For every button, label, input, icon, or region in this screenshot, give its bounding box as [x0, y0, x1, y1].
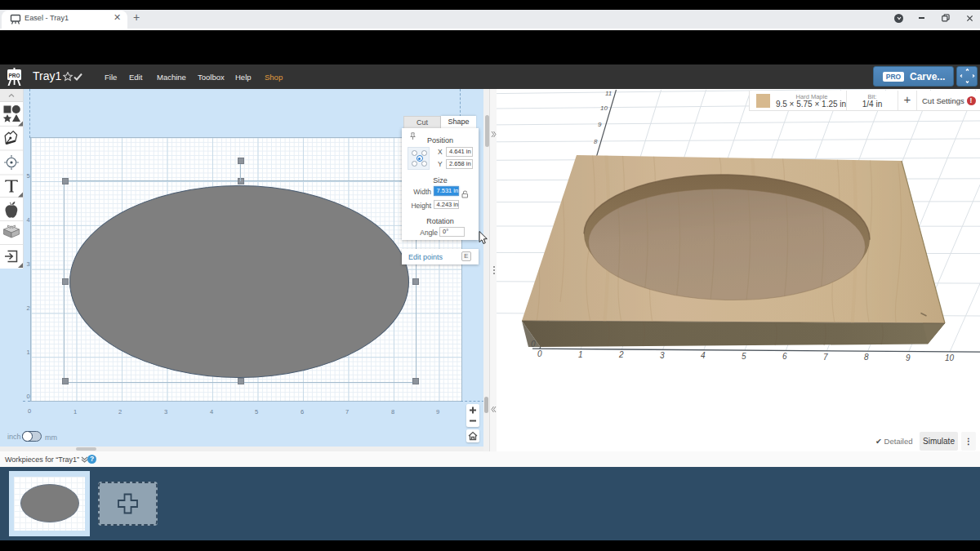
svg-text:0: 0 — [531, 340, 536, 349]
svg-text:3: 3 — [660, 351, 665, 360]
svg-text:6: 6 — [782, 352, 787, 361]
svg-text:11: 11 — [605, 90, 612, 97]
svg-text:8: 8 — [864, 353, 869, 362]
svg-text:9: 9 — [598, 121, 602, 128]
svg-text:4: 4 — [701, 351, 706, 360]
svg-text:5: 5 — [742, 352, 746, 361]
svg-text:2: 2 — [618, 350, 624, 359]
svg-text:10: 10 — [600, 104, 608, 112]
svg-text:1: 1 — [578, 350, 583, 359]
svg-text:7: 7 — [823, 353, 828, 362]
svg-text:0: 0 — [537, 349, 542, 358]
svg-text:10: 10 — [945, 353, 955, 362]
svg-text:PRO: PRO — [8, 73, 20, 78]
svg-text:8: 8 — [594, 138, 598, 145]
svg-text:9: 9 — [906, 353, 911, 362]
